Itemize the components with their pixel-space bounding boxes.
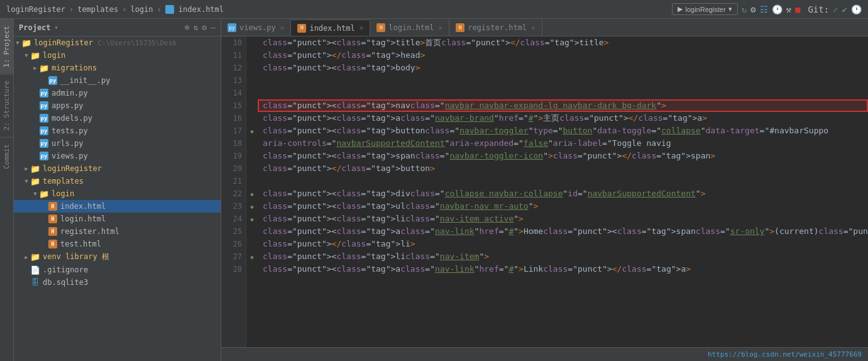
code-line-24: class="punct"><class="tag">li class="nav… xyxy=(258,213,868,225)
code-line-28: class="punct"><class="tag">a class="nav-… xyxy=(258,263,868,275)
code-line-10: class="punct"><class="tag">title>首页class… xyxy=(258,36,868,49)
run-icon: ▶ xyxy=(678,5,683,13)
tab-index-html-tab[interactable]: H index.html ✕ xyxy=(291,19,370,36)
code-line-14 xyxy=(258,87,868,99)
tree-item-urls-py[interactable]: py urls.py xyxy=(14,137,221,150)
run-config-button[interactable]: ▶ loginRegister ▾ xyxy=(672,3,737,15)
project-panel: Project ▾ ⊕ ⇅ ⚙ — ▼ 📁 loginRegister C:\U… xyxy=(14,19,221,361)
status-url[interactable]: https://blog.csdn.net/weixin_45777669 xyxy=(708,350,862,358)
tab-bar: py views.py ✕ H index.html ✕ H login.htm… xyxy=(221,19,868,36)
line-number-16: 16 xyxy=(221,112,242,125)
status-bar: https://blog.csdn.net/weixin_45777669 xyxy=(221,347,868,361)
editor-area: py views.py ✕ H index.html ✕ H login.htm… xyxy=(221,19,868,361)
tree-item-templates-folder[interactable]: ▼ 📁 templates xyxy=(14,175,221,187)
breadcrumb-item-1[interactable]: loginRegister xyxy=(6,5,65,14)
tab-close[interactable]: ✕ xyxy=(439,24,443,32)
html-file-icon xyxy=(165,5,174,14)
tree-item-index-html[interactable]: H index.html xyxy=(14,200,221,213)
tab-icon: py xyxy=(228,23,236,32)
side-tabs: 1: Project 2: Structure Commit xyxy=(0,19,14,361)
code-line-18: aria-controls="navbarSupportedContent" a… xyxy=(258,137,868,150)
gutter-mark-26 xyxy=(246,238,258,250)
breadcrumb-item-4[interactable]: index.html xyxy=(179,5,224,14)
settings-icon[interactable]: ⚙ xyxy=(750,4,755,14)
panel-dropdown-arrow[interactable]: ▾ xyxy=(55,24,58,31)
line-number-12: 12 xyxy=(221,62,242,74)
tree-item-init-py[interactable]: py __init__.py xyxy=(14,74,221,87)
breadcrumb-item-2[interactable]: templates xyxy=(77,5,118,14)
tree-item-gitignore[interactable]: 📄 .gitignore xyxy=(14,264,221,276)
coverage-icon[interactable]: ☷ xyxy=(760,4,768,14)
code-editor[interactable]: class="punct"><class="tag">title>首页class… xyxy=(258,36,868,347)
gutter-mark-11 xyxy=(246,49,258,62)
minus-icon[interactable]: — xyxy=(211,23,216,32)
refresh-icon[interactable]: ↻ xyxy=(742,4,747,14)
line-number-20: 20 xyxy=(221,162,242,175)
tree-item-views-py[interactable]: py views.py xyxy=(14,150,221,162)
code-line-25: class="punct"><class="tag">a class="nav-… xyxy=(258,225,868,238)
tab-label: views.py xyxy=(239,23,276,32)
tree-item-register-html[interactable]: H register.html xyxy=(14,225,221,238)
tab-login-html-tab[interactable]: H login.html ✕ xyxy=(370,19,449,36)
tree-item-test-html[interactable]: H test.html xyxy=(14,238,221,250)
line-number-24: 24 xyxy=(221,213,242,225)
tab-register-html-tab[interactable]: H register.html ✕ xyxy=(449,19,542,36)
gutter-mark-28 xyxy=(246,263,258,275)
gutter-mark-17: ◆ xyxy=(246,125,258,137)
toolbar-right: ▶ loginRegister ▾ ↻ ⚙ ☷ 🕐 ⚒ ■ Git: ✓ ✔ 🕐 xyxy=(672,3,862,15)
line-number-25: 25 xyxy=(221,225,242,238)
side-tab-commit[interactable]: Commit xyxy=(0,137,13,175)
code-line-22: class="punct"><class="tag">div class="co… xyxy=(258,187,868,200)
gutter-mark-12 xyxy=(246,62,258,74)
line-number-18: 18 xyxy=(221,137,242,150)
stop-icon[interactable]: ■ xyxy=(795,4,800,14)
code-line-19: class="punct"><class="tag">span class="n… xyxy=(258,150,868,162)
breadcrumb-item-3[interactable]: login xyxy=(130,5,153,14)
tree-item-login-html[interactable]: H login.html xyxy=(14,213,221,225)
code-line-20: class="punct"></class="tag">button> xyxy=(258,162,868,175)
panel-header: Project ▾ ⊕ ⇅ ⚙ — xyxy=(14,19,221,36)
tree-item-login-folder[interactable]: ▼ 📁 login xyxy=(14,49,221,62)
tree-item-tests-py[interactable]: py tests.py xyxy=(14,125,221,137)
git-check-icon[interactable]: ✓ xyxy=(833,4,838,14)
line-number-17: 17 xyxy=(221,125,242,137)
tree-item-db-sqlite3[interactable]: 🗄 db.sqlite3 xyxy=(14,276,221,289)
chevron-down-icon: ▾ xyxy=(728,5,732,13)
code-line-16: class="punct"><class="tag">a class="navb… xyxy=(258,112,868,125)
collapse-icon[interactable]: ⇅ xyxy=(194,23,199,32)
add-icon[interactable]: ⊕ xyxy=(185,23,190,32)
line-number-22: 22 xyxy=(221,187,242,200)
tab-close[interactable]: ✕ xyxy=(531,24,536,32)
line-number-19: 19 xyxy=(221,150,242,162)
git-accept-icon[interactable]: ✔ xyxy=(842,4,847,14)
tab-close[interactable]: ✕ xyxy=(360,24,364,32)
gutter-mark-18 xyxy=(246,137,258,150)
side-tab-structure[interactable]: 2: Structure xyxy=(0,74,13,136)
tree-item-venv-folder[interactable]: ▶ 📁 venv library 根 xyxy=(14,250,221,264)
clock-icon[interactable]: 🕐 xyxy=(772,4,783,14)
gutter-mark-15 xyxy=(246,99,258,112)
gear-icon[interactable]: ⚙ xyxy=(202,23,207,32)
tree-item-apps-py[interactable]: py apps.py xyxy=(14,99,221,112)
tab-close[interactable]: ✕ xyxy=(280,24,285,32)
build-icon[interactable]: ⚒ xyxy=(786,4,791,14)
gutter: ◆◆◆◆◆ xyxy=(246,36,258,347)
code-line-23: class="punct"><class="tag">ul class="nav… xyxy=(258,200,868,213)
tree-item-login-templates[interactable]: ▼ 📁 login xyxy=(14,187,221,200)
tree-item-loginRegister-inner[interactable]: ▶ 📁 loginRegister xyxy=(14,162,221,175)
breadcrumb-sep-2: › xyxy=(122,5,126,14)
tree-item-models-py[interactable]: py models.py xyxy=(14,112,221,125)
side-tab-project[interactable]: 1: Project xyxy=(0,19,13,74)
tree-item-migrations[interactable]: ▶ 📁 migrations xyxy=(14,62,221,74)
tab-label: register.html xyxy=(468,23,527,32)
main-layout: 1: Project 2: Structure Commit Project ▾… xyxy=(0,19,868,361)
gutter-mark-24: ◆ xyxy=(246,213,258,225)
gutter-mark-22: ◆ xyxy=(246,187,258,200)
file-tree: ▼ 📁 loginRegister C:\Users\15735\Desk ▼ … xyxy=(14,36,221,361)
code-line-17: class="punct"><class="tag">button class=… xyxy=(258,125,868,137)
tab-views-py-tab[interactable]: py views.py ✕ xyxy=(221,19,291,36)
git-history-icon[interactable]: 🕐 xyxy=(851,4,862,14)
tree-item-admin-py[interactable]: py admin.py xyxy=(14,87,221,99)
tree-item-loginRegister-root[interactable]: ▼ 📁 loginRegister C:\Users\15735\Desk xyxy=(14,36,221,49)
code-line-27: class="punct"><class="tag">li class="nav… xyxy=(258,250,868,263)
